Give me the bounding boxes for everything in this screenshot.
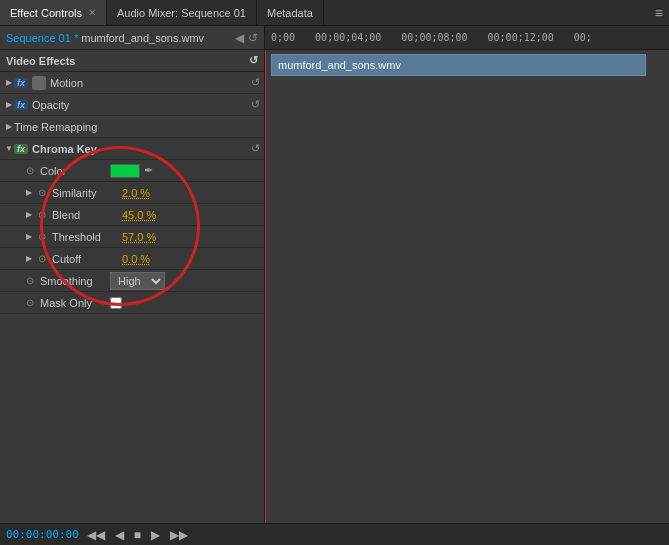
chroma-key-row[interactable]: fx Chroma Key ↺ (0, 138, 264, 160)
motion-row[interactable]: fx Motion ↺ (0, 72, 264, 94)
motion-label: Motion (50, 77, 247, 89)
timeline-playhead (265, 50, 266, 523)
timecode-display[interactable]: 00:00:00:00 (6, 528, 79, 541)
color-label: Color (40, 165, 110, 177)
bottom-bar: 00:00:00:00 ◀◀ ◀ ■ ▶ ▶▶ (0, 523, 669, 545)
video-effects-header: Video Effects ↺ (0, 50, 264, 72)
panel-menu-icon[interactable]: ≡ (655, 5, 669, 21)
color-row: ⊙ Color ✒ (0, 160, 264, 182)
sequence-title: Sequence 01 * mumford_and_sons.wmv (6, 32, 231, 44)
cutoff-row: ⊙ Cutoff 0.0 % (0, 248, 264, 270)
similarity-expand-icon[interactable] (24, 188, 34, 197)
opacity-fx-badge: fx (14, 100, 28, 110)
chroma-key-expand-icon[interactable] (4, 144, 14, 153)
time-marker-1: 00;00;04;00 (315, 32, 381, 43)
mask-only-checkbox[interactable] (110, 297, 122, 309)
time-marker-0: 0;00 (271, 32, 295, 43)
clip-name: mumford_and_sons.wmv (278, 59, 401, 71)
similarity-value[interactable]: 2.0 % (122, 187, 150, 199)
tab-effect-controls[interactable]: Effect Controls ✕ (0, 0, 107, 25)
color-stopwatch-icon[interactable]: ⊙ (24, 165, 36, 176)
mask-only-stopwatch-icon[interactable]: ⊙ (24, 297, 36, 308)
chroma-key-label: Chroma Key (32, 143, 247, 155)
tab-close-icon[interactable]: ✕ (88, 7, 96, 18)
blend-expand-icon[interactable] (24, 210, 34, 219)
sequence-nav-icon[interactable]: ◀ (235, 31, 244, 45)
main-layout: Sequence 01 * mumford_and_sons.wmv ◀ ↺ V… (0, 26, 669, 523)
similarity-stopwatch-icon[interactable]: ⊙ (36, 187, 48, 198)
transport-rewind-icon[interactable]: ◀◀ (85, 528, 107, 542)
smoothing-dropdown-container: None Low High (110, 272, 165, 290)
time-marker-3: 00;00;12;00 (488, 32, 554, 43)
smoothing-stopwatch-icon[interactable]: ⊙ (24, 275, 36, 286)
blend-row: ⊙ Blend 45.0 % (0, 204, 264, 226)
transport-stop-icon[interactable]: ■ (132, 528, 143, 542)
threshold-row: ⊙ Threshold 57.0 % (0, 226, 264, 248)
opacity-row[interactable]: fx Opacity ↺ (0, 94, 264, 116)
cutoff-value[interactable]: 0.0 % (122, 253, 150, 265)
mask-only-label: Mask Only (40, 297, 110, 309)
sequence-reset-icon[interactable]: ↺ (248, 31, 258, 45)
smoothing-row: ⊙ Smoothing None Low High (0, 270, 264, 292)
tab-label: Effect Controls (10, 7, 82, 19)
threshold-value[interactable]: 57.0 % (122, 231, 156, 243)
blend-stopwatch-icon[interactable]: ⊙ (36, 209, 48, 220)
smoothing-label: Smoothing (40, 275, 110, 287)
motion-icon (32, 76, 46, 90)
cutoff-stopwatch-icon[interactable]: ⊙ (36, 253, 48, 264)
motion-reset-icon[interactable]: ↺ (251, 76, 260, 89)
tab-metadata[interactable]: Metadata (257, 0, 324, 25)
time-remapping-row[interactable]: Time Remapping (0, 116, 264, 138)
similarity-row: ⊙ Similarity 2.0 % (0, 182, 264, 204)
time-remapping-expand-icon[interactable] (4, 122, 14, 131)
tab-label: Audio Mixer: Sequence 01 (117, 7, 246, 19)
transport-stepback-icon[interactable]: ◀ (113, 528, 126, 542)
right-panel: 0;00 00;00;04;00 00;00;08;00 00;00;12;00… (265, 26, 669, 523)
timeline-clip[interactable]: mumford_and_sons.wmv (271, 54, 646, 76)
sequence-header: Sequence 01 * mumford_and_sons.wmv ◀ ↺ (0, 26, 264, 50)
cutoff-label: Cutoff (52, 253, 122, 265)
similarity-label: Similarity (52, 187, 122, 199)
transport-play-icon[interactable]: ▶ (149, 528, 162, 542)
mask-only-row: ⊙ Mask Only (0, 292, 264, 314)
cutoff-expand-icon[interactable] (24, 254, 34, 263)
smoothing-select[interactable]: None Low High (110, 272, 165, 290)
video-effects-label-text: Video Effects (6, 55, 76, 67)
tab-label: Metadata (267, 7, 313, 19)
transport-forward-icon[interactable]: ▶▶ (168, 528, 190, 542)
motion-expand-icon[interactable] (4, 78, 14, 87)
timeline-content: mumford_and_sons.wmv (265, 50, 669, 523)
opacity-label: Opacity (32, 99, 247, 111)
threshold-expand-icon[interactable] (24, 232, 34, 241)
opacity-expand-icon[interactable] (4, 100, 14, 109)
chroma-key-reset-icon[interactable]: ↺ (251, 142, 260, 155)
threshold-label: Threshold (52, 231, 122, 243)
tab-bar: Effect Controls ✕ Audio Mixer: Sequence … (0, 0, 669, 26)
chroma-key-fx-badge: fx (14, 144, 28, 154)
threshold-stopwatch-icon[interactable]: ⊙ (36, 231, 48, 242)
blend-value[interactable]: 45.0 % (122, 209, 156, 221)
color-swatch-container: ✒ (110, 164, 153, 178)
eyedropper-icon[interactable]: ✒ (144, 164, 153, 177)
blend-label: Blend (52, 209, 122, 221)
motion-fx-badge: fx (14, 78, 28, 88)
opacity-reset-icon[interactable]: ↺ (251, 98, 260, 111)
time-marker-4: 00; (574, 32, 592, 43)
time-marker-2: 00;00;08;00 (401, 32, 467, 43)
time-remapping-label: Time Remapping (14, 121, 260, 133)
color-swatch[interactable] (110, 164, 140, 178)
tab-audio-mixer[interactable]: Audio Mixer: Sequence 01 (107, 0, 257, 25)
video-effects-menu-icon[interactable]: ↺ (249, 54, 258, 67)
left-panel: Sequence 01 * mumford_and_sons.wmv ◀ ↺ V… (0, 26, 265, 523)
timeline-header: 0;00 00;00;04;00 00;00;08;00 00;00;12;00… (265, 26, 669, 50)
